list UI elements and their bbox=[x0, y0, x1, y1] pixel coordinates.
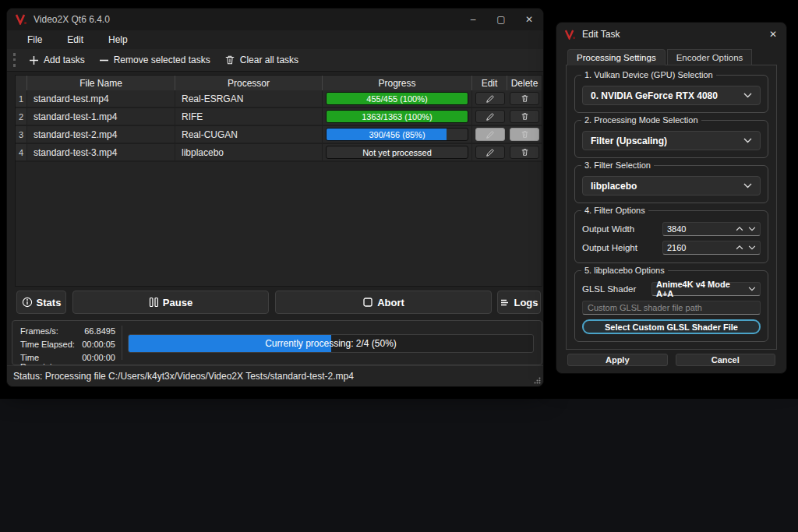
toolbar-drag-handle[interactable] bbox=[13, 53, 17, 67]
progress-cell: 455/455 (100%) bbox=[323, 90, 472, 107]
add-tasks-button[interactable]: Add tasks bbox=[22, 51, 92, 69]
trash-icon bbox=[521, 94, 529, 103]
pencil-icon bbox=[486, 130, 495, 139]
delete-cell bbox=[507, 126, 542, 143]
info-icon bbox=[22, 297, 33, 308]
desktop-lower-region bbox=[0, 399, 798, 532]
header-edit[interactable]: Edit bbox=[472, 76, 507, 90]
time-elapsed-row: Time Elapsed: 00:00:05 bbox=[20, 340, 115, 349]
apply-button[interactable]: Apply bbox=[567, 354, 668, 366]
table-row[interactable]: 1 standard-test.mp4 Real-ESRGAN 455/455 … bbox=[16, 90, 542, 108]
dialog-titlebar[interactable]: Edit Task ✕ bbox=[556, 23, 786, 46]
glsl-shader-select[interactable]: Anime4K v4 Mode A+A bbox=[651, 282, 761, 296]
main-window: Video2X Qt6 6.4.0 – ▢ ✕ File Edit Help A… bbox=[6, 8, 544, 387]
select-custom-shader-button[interactable]: Select Custom GLSL Shader File bbox=[582, 319, 761, 334]
tab-encoder-options[interactable]: Encoder Options bbox=[667, 49, 753, 65]
header-corner bbox=[16, 76, 27, 90]
remove-selected-tasks-button[interactable]: Remove selected tasks bbox=[92, 51, 217, 69]
menu-edit[interactable]: Edit bbox=[58, 32, 93, 48]
gpu-select[interactable]: 0. NVIDIA GeForce RTX 4080 bbox=[582, 86, 761, 105]
table-row[interactable]: 4 standard-test-3.mp4 libplacebo Not yet… bbox=[16, 144, 542, 162]
filter-select-value: libplacebo bbox=[591, 181, 637, 192]
pencil-icon bbox=[486, 94, 495, 104]
edit-task-button[interactable] bbox=[475, 146, 505, 159]
maximize-button[interactable]: ▢ bbox=[487, 9, 515, 30]
delete-cell bbox=[507, 108, 542, 125]
menu-file[interactable]: File bbox=[18, 32, 51, 48]
cancel-button[interactable]: Cancel bbox=[676, 354, 776, 366]
group-legend: 2. Processing Mode Selection bbox=[581, 115, 701, 125]
processor-cell: Real-CUGAN bbox=[175, 126, 323, 143]
edit-task-button[interactable] bbox=[475, 92, 505, 105]
dialog-actions: Apply Cancel bbox=[567, 354, 775, 366]
remove-selected-tasks-label: Remove selected tasks bbox=[114, 55, 210, 65]
output-width-value: 3840 bbox=[667, 224, 686, 234]
spin-down-icon[interactable] bbox=[748, 245, 756, 250]
row-number: 4 bbox=[16, 144, 27, 160]
abort-label: Abort bbox=[377, 297, 404, 308]
group-libplacebo-options: 5. libplacebo Options GLSL Shader Anime4… bbox=[574, 270, 768, 342]
progress-bar-text: 1363/1363 (100%) bbox=[327, 111, 468, 122]
pause-button[interactable]: Pause bbox=[72, 291, 269, 314]
spin-up-icon[interactable] bbox=[736, 227, 743, 231]
elapsed-label: Time Elapsed: bbox=[20, 340, 75, 349]
edit-cell bbox=[472, 108, 507, 125]
group-vulkan-device: 1. Vulkan Device (GPU) Selection 0. NVID… bbox=[574, 75, 768, 113]
header-processor[interactable]: Processor bbox=[175, 76, 323, 90]
spin-up-icon[interactable] bbox=[736, 245, 743, 250]
table-row[interactable]: 2 standard-test-1.mp4 RIFE 1363/1363 (10… bbox=[16, 108, 542, 126]
output-height-row: Output Height 2160 bbox=[582, 240, 761, 255]
clear-all-tasks-button[interactable]: Clear all tasks bbox=[217, 51, 305, 69]
progress-cell: 390/456 (85%) bbox=[323, 126, 472, 143]
delete-task-button[interactable] bbox=[510, 146, 539, 159]
header-progress[interactable]: Progress bbox=[323, 76, 472, 90]
processing-mode-value: Filter (Upscaling) bbox=[591, 136, 667, 146]
edit-cell bbox=[472, 126, 507, 143]
delete-task-button[interactable] bbox=[510, 92, 539, 105]
menu-bar: File Edit Help bbox=[7, 30, 543, 49]
pencil-icon bbox=[486, 112, 495, 122]
video2x-logo-icon bbox=[564, 30, 576, 40]
chevron-down-icon bbox=[748, 287, 756, 291]
output-height-spinbox[interactable]: 2160 bbox=[662, 241, 761, 255]
processing-mode-select[interactable]: Filter (Upscaling) bbox=[582, 131, 761, 150]
table-header-row: File Name Processor Progress Edit Delete bbox=[16, 76, 542, 90]
output-width-spinbox[interactable]: 3840 bbox=[662, 222, 761, 236]
delete-task-button-disabled bbox=[510, 128, 539, 141]
minimize-button[interactable]: – bbox=[459, 9, 487, 30]
delete-task-button[interactable] bbox=[510, 110, 539, 123]
row-number: 2 bbox=[16, 108, 27, 125]
stop-icon bbox=[362, 297, 373, 308]
frames-label: Frames/s: bbox=[20, 326, 58, 336]
elapsed-value: 00:00:05 bbox=[82, 340, 115, 349]
dialog-close-button[interactable]: ✕ bbox=[760, 23, 786, 46]
custom-shader-path-input[interactable] bbox=[582, 301, 761, 315]
gpu-select-value: 0. NVIDIA GeForce RTX 4080 bbox=[591, 90, 718, 101]
frames-per-second-row: Frames/s: 66.8495 bbox=[20, 326, 115, 336]
menu-help[interactable]: Help bbox=[99, 32, 137, 48]
group-legend: 5. libplacebo Options bbox=[581, 266, 668, 275]
filter-select[interactable]: libplacebo bbox=[582, 176, 761, 196]
progress-cell: 1363/1363 (100%) bbox=[323, 108, 472, 125]
edit-task-button[interactable] bbox=[475, 110, 505, 123]
logs-button[interactable]: Logs bbox=[497, 291, 541, 314]
group-filter-selection: 3. Filter Selection libplacebo bbox=[574, 165, 768, 203]
edit-task-dialog: Edit Task ✕ Processing Settings Encoder … bbox=[556, 22, 787, 374]
header-file-name[interactable]: File Name bbox=[27, 76, 175, 90]
close-button[interactable]: ✕ bbox=[515, 9, 543, 30]
table-row[interactable]: 3 standard-test-2.mp4 Real-CUGAN 390/456… bbox=[16, 126, 542, 144]
resize-grip[interactable] bbox=[534, 377, 541, 384]
progress-bar-text: 390/456 (85%) bbox=[327, 129, 468, 140]
stats-button[interactable]: Stats bbox=[16, 291, 66, 314]
dialog-title: Edit Task bbox=[582, 29, 620, 40]
abort-button[interactable]: Abort bbox=[275, 291, 492, 314]
tab-processing-settings[interactable]: Processing Settings bbox=[567, 49, 666, 65]
status-text: Status: Processing file C:/Users/k4yt3x/… bbox=[13, 371, 354, 382]
header-delete[interactable]: Delete bbox=[507, 76, 542, 90]
trash-icon bbox=[521, 148, 529, 157]
output-width-row: Output Width 3840 bbox=[582, 221, 761, 237]
main-titlebar[interactable]: Video2X Qt6 6.4.0 – ▢ ✕ bbox=[7, 9, 543, 30]
group-legend: 3. Filter Selection bbox=[581, 160, 654, 170]
spin-down-icon[interactable] bbox=[748, 227, 756, 231]
add-tasks-label: Add tasks bbox=[44, 55, 85, 65]
